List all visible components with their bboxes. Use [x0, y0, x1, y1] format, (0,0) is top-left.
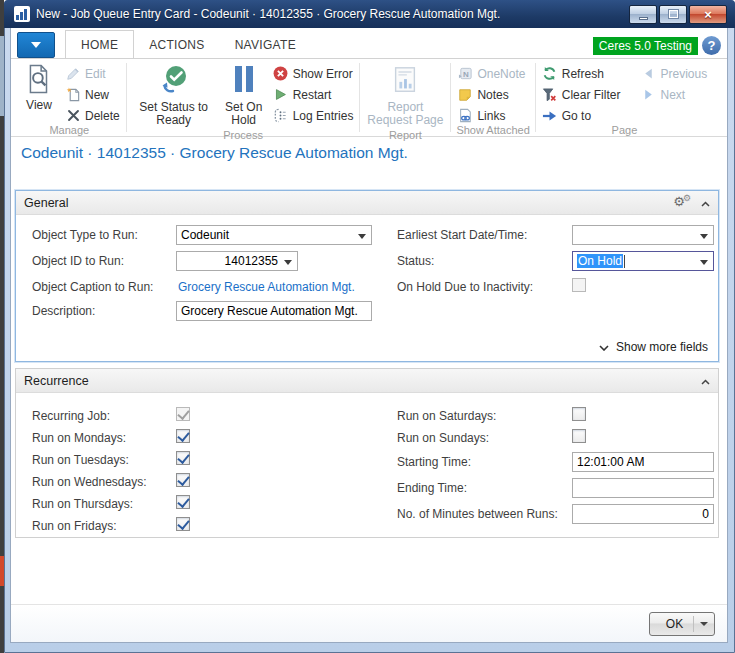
- restore-button[interactable]: [659, 5, 687, 24]
- window-title: New - Job Queue Entry Card - Codeunit · …: [36, 7, 500, 21]
- refresh-button[interactable]: Refresh: [539, 65, 624, 82]
- ribbon-group-process: Set Status to Ready Set On Hold Show Err…: [129, 59, 358, 136]
- ribbon-group-report: Report Request Page Report: [362, 59, 448, 136]
- window-controls: ×: [629, 5, 727, 24]
- collapse-general-icon[interactable]: [701, 196, 710, 210]
- chevron-down-icon: [358, 234, 366, 239]
- ribbon-tab-row: HOME ACTIONS NAVIGATE Ceres 5.0 Testing …: [11, 28, 727, 58]
- view-label: View: [26, 99, 52, 112]
- ribbon-group-page: Refresh Clear Filter Go to: [538, 59, 711, 136]
- description-input[interactable]: [176, 301, 372, 321]
- app-icon: [14, 6, 30, 22]
- run-on-thursdays-checkbox[interactable]: [176, 495, 190, 509]
- starting-time-input[interactable]: [572, 452, 714, 472]
- onenote-button[interactable]: N OneNote: [454, 65, 528, 82]
- actions-gear-icon[interactable]: ⚙: [673, 195, 693, 208]
- log-list-icon: [273, 108, 289, 124]
- minimize-button[interactable]: [629, 5, 657, 24]
- svg-text:N: N: [463, 70, 469, 79]
- collapse-recurrence-icon[interactable]: [701, 374, 710, 388]
- log-entries-button[interactable]: Log Entries: [270, 107, 357, 124]
- view-button[interactable]: View: [16, 60, 62, 114]
- minutes-between-runs-label: No. of Minutes between Runs:: [397, 507, 558, 521]
- help-button[interactable]: ?: [702, 36, 721, 55]
- run-on-wednesdays-checkbox[interactable]: [176, 473, 190, 487]
- run-on-tuesdays-checkbox[interactable]: [176, 451, 190, 465]
- recurrence-fasttab-title: Recurrence: [24, 374, 89, 388]
- report-request-page-button[interactable]: Report Request Page: [363, 60, 447, 129]
- clear-filter-icon: [542, 87, 558, 103]
- titlebar: New - Job Queue Entry Card - Codeunit · …: [4, 0, 735, 28]
- set-status-to-ready-button[interactable]: Set Status to Ready: [130, 60, 218, 129]
- environment-badge: Ceres 5.0 Testing: [593, 37, 698, 55]
- report-group-label: Report: [363, 129, 447, 143]
- earliest-start-combobox[interactable]: [572, 225, 714, 245]
- show-error-button[interactable]: Show Error: [270, 65, 357, 82]
- screenshot-root: New - Job Queue Entry Card - Codeunit · …: [0, 0, 735, 653]
- error-icon: [273, 66, 289, 82]
- chevron-down-icon: [700, 234, 708, 239]
- edit-button[interactable]: Edit: [62, 65, 123, 82]
- run-on-saturdays-label: Run on Saturdays:: [397, 409, 496, 423]
- previous-button[interactable]: Previous: [637, 65, 710, 82]
- object-caption-link[interactable]: Grocery Rescue Automation Mgt.: [178, 280, 355, 294]
- ending-time-input[interactable]: [572, 478, 714, 498]
- go-to-button[interactable]: Go to: [539, 107, 624, 124]
- ok-button[interactable]: OK: [649, 612, 715, 636]
- delete-button[interactable]: Delete: [62, 107, 123, 124]
- onenote-icon: N: [457, 66, 473, 82]
- chevron-down-icon: [284, 260, 292, 265]
- run-on-saturdays-checkbox[interactable]: [572, 407, 586, 421]
- run-on-mondays-checkbox[interactable]: [176, 429, 190, 443]
- clear-filter-button[interactable]: Clear Filter: [539, 86, 624, 103]
- general-fasttab-title: General: [24, 196, 68, 210]
- run-on-tuesdays-label: Run on Tuesdays:: [32, 453, 129, 467]
- refresh-icon: [542, 66, 558, 82]
- recurring-job-label: Recurring Job:: [32, 409, 110, 423]
- restore-icon: [669, 10, 678, 18]
- run-on-fridays-label: Run on Fridays:: [32, 519, 117, 533]
- pause-icon: [231, 64, 257, 99]
- description-label: Description:: [32, 304, 95, 318]
- set-on-hold-button[interactable]: Set On Hold: [218, 60, 270, 129]
- object-id-label: Object ID to Run:: [32, 254, 124, 268]
- recurrence-fasttab-header[interactable]: Recurrence: [16, 369, 718, 393]
- previous-arrow-icon: [640, 66, 656, 82]
- chevron-down-icon: [700, 622, 708, 626]
- recurring-job-checkbox[interactable]: [176, 407, 190, 421]
- links-button[interactable]: Links: [454, 107, 528, 124]
- play-icon: [273, 87, 289, 103]
- edit-icon: [65, 66, 81, 82]
- object-caption-label: Object Caption to Run:: [32, 280, 153, 294]
- set-on-hold-label: Set On Hold: [221, 101, 267, 127]
- show-more-fields[interactable]: Show more fields: [599, 340, 708, 354]
- close-button[interactable]: ×: [689, 5, 727, 24]
- application-menu-button[interactable]: [17, 32, 55, 58]
- restart-button[interactable]: Restart: [270, 86, 357, 103]
- tab-actions[interactable]: ACTIONS: [134, 31, 219, 58]
- chevron-down-icon: [700, 260, 708, 265]
- run-on-sundays-checkbox[interactable]: [572, 429, 586, 443]
- run-on-fridays-checkbox[interactable]: [176, 517, 190, 531]
- new-button[interactable]: New: [62, 86, 123, 103]
- object-id-combobox[interactable]: 14012355: [176, 251, 298, 271]
- link-icon: [457, 108, 473, 124]
- general-fasttab: General ⚙ Object Type to Run: Codeunit O…: [15, 190, 719, 362]
- minimize-icon: [639, 17, 648, 20]
- general-fasttab-header[interactable]: General ⚙: [16, 191, 718, 215]
- go-to-arrow-icon: [542, 108, 558, 124]
- run-on-wednesdays-label: Run on Wednesdays:: [32, 475, 147, 489]
- next-arrow-icon: [640, 87, 656, 103]
- next-button[interactable]: Next: [637, 86, 710, 103]
- delete-x-icon: [65, 108, 81, 124]
- notes-button[interactable]: Notes: [454, 86, 528, 103]
- on-hold-inactivity-checkbox[interactable]: [572, 278, 586, 292]
- tab-home[interactable]: HOME: [65, 30, 134, 59]
- minutes-between-runs-input[interactable]: [572, 504, 714, 524]
- object-type-combobox[interactable]: Codeunit: [176, 225, 372, 245]
- tab-navigate[interactable]: NAVIGATE: [220, 31, 311, 58]
- status-combobox[interactable]: On Hold: [572, 251, 714, 271]
- page-group-label: Page: [539, 124, 710, 138]
- sticky-note-icon: [457, 87, 473, 103]
- ribbon-group-show-attached: N OneNote Notes Links Show Attached: [453, 59, 532, 136]
